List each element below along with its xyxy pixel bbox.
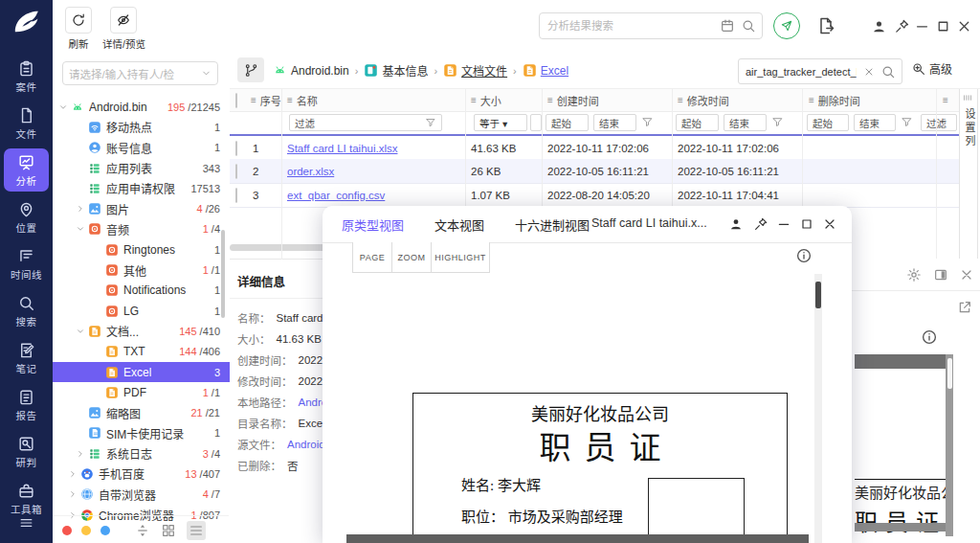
tree-node-LG[interactable]: LG 1 bbox=[53, 301, 230, 321]
chevron-right-icon[interactable] bbox=[76, 449, 88, 459]
modified-end-input[interactable]: 结束 bbox=[724, 114, 767, 131]
info-icon[interactable] bbox=[921, 328, 938, 346]
sidebar-item-search[interactable]: 搜索 bbox=[4, 289, 49, 332]
blue-dot[interactable] bbox=[100, 526, 110, 535]
sidebar-item-report[interactable]: 报告 bbox=[4, 383, 49, 426]
export-icon[interactable] bbox=[816, 16, 835, 35]
search-icon[interactable] bbox=[741, 18, 756, 34]
sidebar-item-location[interactable]: 位置 bbox=[4, 195, 49, 238]
operator-select[interactable]: 等于 ▾ bbox=[474, 114, 527, 131]
breadcrumb-item[interactable]: 基本信息 bbox=[382, 62, 428, 79]
tree-node-TXT[interactable]: TXT 144 /406 bbox=[53, 342, 230, 362]
column-header-more[interactable]: ≡ bbox=[943, 89, 956, 111]
info-icon[interactable] bbox=[795, 247, 813, 264]
search-icon[interactable] bbox=[880, 64, 896, 79]
sidebar-item-toolbox[interactable]: 工具箱 bbox=[4, 477, 49, 520]
file-name-link[interactable]: order.xlsx bbox=[287, 159, 334, 183]
pin-icon[interactable] bbox=[894, 18, 910, 34]
deleted-end-input[interactable]: 结束 bbox=[854, 114, 896, 131]
calendar-icon[interactable] bbox=[720, 18, 735, 34]
grip-icon[interactable] bbox=[961, 91, 974, 104]
gear-icon[interactable] bbox=[906, 267, 922, 283]
user-icon[interactable] bbox=[871, 18, 887, 34]
settings-column-label[interactable]: 设置列 bbox=[962, 108, 977, 148]
send-button[interactable] bbox=[773, 12, 800, 39]
mini-filter-box[interactable] bbox=[530, 114, 542, 131]
breadcrumb-item[interactable]: 文档文件 bbox=[461, 62, 507, 79]
file-name-link[interactable]: ext_qbar_config.csv bbox=[287, 183, 385, 207]
column-header-0[interactable]: ≡序号 bbox=[251, 89, 283, 111]
hamburger-menu-icon[interactable] bbox=[16, 515, 36, 531]
column-header-5[interactable]: ≡删除时间 bbox=[809, 89, 931, 111]
viewer-tab-十六进制视图[interactable]: 十六进制视图 bbox=[515, 215, 590, 234]
tree-node-缩略图[interactable]: 缩略图 21 /21 bbox=[53, 402, 230, 422]
tree-node-其他[interactable]: 其他 1 /1 bbox=[53, 260, 230, 280]
minimize-icon[interactable] bbox=[914, 18, 930, 34]
tree-node-PDF[interactable]: PDF 1 /1 bbox=[53, 382, 230, 402]
pin-icon[interactable] bbox=[753, 216, 768, 232]
file-name-link[interactable]: Staff card LI taihui.xlsx bbox=[287, 136, 397, 160]
chevron-right-icon[interactable] bbox=[68, 469, 80, 479]
holder-filter-select[interactable]: 请选择/输入持有人/检 bbox=[62, 61, 218, 85]
tree-node-图片[interactable]: 图片 4 /26 bbox=[53, 198, 230, 218]
modified-funnel-icon[interactable] bbox=[771, 116, 784, 128]
external-link-icon[interactable] bbox=[957, 300, 972, 315]
sidebar-item-research[interactable]: 研判 bbox=[4, 430, 49, 473]
red-dot[interactable] bbox=[62, 526, 72, 535]
chevron-down-icon[interactable] bbox=[76, 224, 88, 234]
global-search-input[interactable] bbox=[540, 20, 720, 32]
tree-scrollbar[interactable] bbox=[221, 230, 225, 318]
list-view-icon[interactable] bbox=[187, 521, 206, 540]
tree-node-自带浏览器[interactable]: 自带浏览器 4 /7 bbox=[53, 485, 230, 505]
advanced-search-button[interactable]: 高级 bbox=[911, 60, 952, 77]
modified-start-input[interactable]: 起始 bbox=[676, 114, 719, 131]
viewer-scroll-thumb[interactable] bbox=[947, 358, 952, 389]
tree-node-音频[interactable]: 音频 1 /4 bbox=[53, 219, 230, 239]
viewer-tab-文本视图[interactable]: 文本视图 bbox=[434, 215, 484, 234]
viewer-scrollbar[interactable] bbox=[814, 274, 822, 543]
column-header-1[interactable]: ≡名称 bbox=[287, 89, 465, 111]
column-header-2[interactable]: ≡大小 bbox=[471, 89, 544, 111]
tree-node-SIM卡使用记录[interactable]: SIM卡使用记录 1 bbox=[53, 423, 230, 443]
user-icon[interactable] bbox=[728, 216, 744, 232]
created-start-input[interactable]: 起始 bbox=[546, 114, 589, 131]
tree-node-Ringtones[interactable]: Ringtones 1 bbox=[53, 239, 230, 260]
sidebar-item-analysis[interactable]: 分析 bbox=[4, 148, 49, 192]
viewer-scroll-thumb[interactable] bbox=[815, 282, 821, 308]
tree-node-账号信息[interactable]: 账号信息 1 bbox=[53, 138, 230, 158]
table-row[interactable]: 1 Staff card LI taihui.xlsx 41.63 KB 202… bbox=[230, 135, 959, 161]
tree-node-文档...[interactable]: 文档... 145 /410 bbox=[53, 321, 230, 341]
sidebar-item-note[interactable]: 笔记 bbox=[4, 336, 49, 379]
close-icon[interactable] bbox=[959, 267, 974, 283]
breadcrumb-item[interactable]: Android.bin bbox=[291, 64, 349, 78]
chevron-down-icon[interactable] bbox=[58, 102, 71, 112]
maximize-icon[interactable] bbox=[935, 18, 951, 34]
maximize-icon[interactable] bbox=[799, 216, 814, 232]
chevron-right-icon[interactable] bbox=[76, 204, 88, 214]
tree-node-Excel[interactable]: Excel 3 bbox=[53, 362, 230, 382]
sidebar-item-case[interactable]: 案件 bbox=[4, 55, 49, 98]
tree-node-应用列表[interactable]: 应用列表 343 bbox=[53, 158, 230, 178]
row-checkbox[interactable] bbox=[235, 189, 237, 202]
viewer-tool-tab-PAGE[interactable]: PAGE bbox=[352, 242, 392, 273]
viewer-tool-tab-ZOOM[interactable]: ZOOM bbox=[391, 242, 432, 273]
branch-view-button[interactable] bbox=[237, 57, 264, 82]
tree-node-Android.bin[interactable]: Android.bin 195 /21245 bbox=[53, 97, 230, 117]
select-all-checkbox[interactable] bbox=[235, 94, 237, 107]
sort-split-icon[interactable] bbox=[135, 523, 150, 538]
tree-node-移动热点[interactable]: 移动热点 1 bbox=[53, 117, 230, 137]
refresh-button[interactable]: 刷新 bbox=[65, 7, 92, 51]
deleted-funnel-icon[interactable] bbox=[901, 116, 913, 128]
column-header-4[interactable]: ≡修改时间 bbox=[678, 89, 804, 111]
table-search-input[interactable] bbox=[739, 66, 863, 78]
column-header-3[interactable]: ≡创建时间 bbox=[547, 89, 674, 111]
sidebar-item-timeline[interactable]: 时间线 bbox=[4, 242, 49, 285]
filter-input[interactable]: 过滤 bbox=[289, 114, 442, 131]
close-icon[interactable] bbox=[822, 216, 837, 232]
tree-node-系统日志[interactable]: 系统日志 3 /4 bbox=[53, 443, 230, 464]
detail-preview-button[interactable]: 详情/预览 bbox=[102, 7, 145, 51]
viewer-tool-tab-HIGHLIGHT[interactable]: HIGHLIGHT bbox=[431, 242, 490, 273]
table-row[interactable]: 3 ext_qbar_config.csv 1.07 KB 2022-08-20… bbox=[230, 183, 959, 208]
tree-node-手机百度[interactable]: 手机百度 13 /407 bbox=[53, 464, 230, 484]
tree-node-Notifications[interactable]: Notifications 1 bbox=[53, 281, 230, 301]
